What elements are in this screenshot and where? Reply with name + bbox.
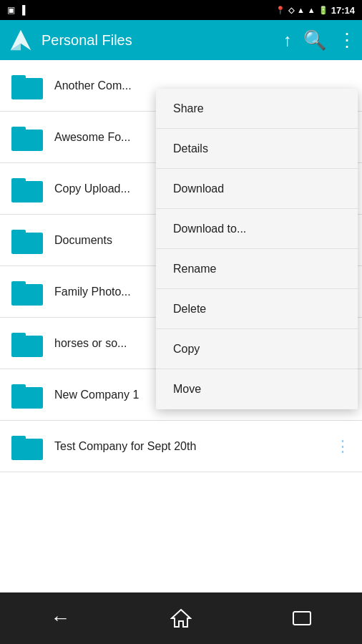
- back-button[interactable]: ←: [42, 600, 78, 636]
- svg-marker-18: [172, 610, 190, 627]
- overflow-menu-button[interactable]: ⋮: [338, 29, 355, 52]
- context-menu-download-to[interactable]: Download to...: [156, 209, 358, 249]
- move-label: Move: [173, 383, 201, 396]
- delete-label: Delete: [173, 303, 206, 316]
- time-display: 17:14: [331, 5, 355, 16]
- app-logo: [7, 26, 34, 54]
- context-menu-rename[interactable]: Rename: [156, 249, 358, 289]
- network-icon: ▲: [308, 6, 315, 14]
- context-menu-move[interactable]: Move: [156, 369, 358, 409]
- home-button[interactable]: [163, 600, 199, 636]
- home-icon: [170, 608, 192, 628]
- download-to-label: Download to...: [173, 223, 246, 235]
- bottom-nav: ←: [0, 592, 362, 644]
- back-icon: ←: [50, 607, 70, 630]
- context-menu-download[interactable]: Download: [156, 169, 358, 209]
- context-menu-overlay[interactable]: Share Details Download Download to... Re…: [0, 60, 362, 592]
- screen-icon: ▣: [7, 5, 15, 15]
- wifi-icon: ▲: [297, 6, 305, 14]
- recents-icon: [292, 610, 312, 626]
- top-bar-actions: ↑ 🔍 ⋮: [283, 29, 355, 52]
- upload-button[interactable]: ↑: [283, 30, 292, 50]
- location-icon: 📍: [275, 6, 285, 15]
- svg-rect-19: [293, 612, 310, 625]
- top-bar: Personal Files ↑ 🔍 ⋮: [0, 20, 362, 60]
- signal-icon: ▐: [19, 5, 26, 15]
- sim-icon: ◇: [288, 6, 294, 15]
- share-label: Share: [173, 102, 204, 115]
- search-button[interactable]: 🔍: [303, 29, 326, 52]
- context-menu-copy[interactable]: Copy: [156, 329, 358, 369]
- context-menu-share[interactable]: Share: [156, 89, 358, 129]
- page-title: Personal Files: [41, 32, 276, 49]
- battery-icon: 🔋: [318, 6, 328, 15]
- status-left-icons: ▣ ▐: [7, 5, 26, 15]
- context-menu: Share Details Download Download to... Re…: [156, 89, 358, 409]
- rename-label: Rename: [173, 263, 216, 275]
- status-right-area: 📍 ◇ ▲ ▲ 🔋 17:14: [275, 5, 355, 16]
- context-menu-details[interactable]: Details: [156, 129, 358, 169]
- context-menu-delete[interactable]: Delete: [156, 289, 358, 329]
- status-bar: ▣ ▐ 📍 ◇ ▲ ▲ 🔋 17:14: [0, 0, 362, 20]
- recents-button[interactable]: [284, 600, 320, 636]
- copy-label: Copy: [173, 343, 200, 356]
- download-label: Download: [173, 182, 224, 195]
- details-label: Details: [173, 142, 208, 155]
